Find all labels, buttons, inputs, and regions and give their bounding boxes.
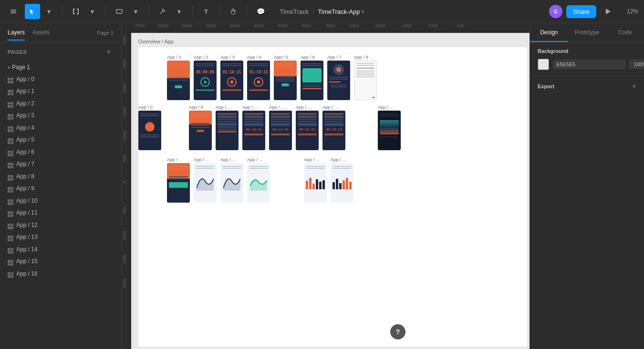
app-frame-r2-5[interactable]: App / ... 09:14:15	[296, 104, 319, 150]
layer-grid-icon	[8, 185, 13, 193]
app-frame-r2-2[interactable]: App / ...	[216, 104, 239, 150]
layer-item[interactable]: App / 4	[0, 122, 121, 134]
ruler-num: -4000	[277, 23, 288, 28]
pen-tool[interactable]	[155, 4, 170, 19]
app-frame-r2-6[interactable]: App / ... 09:14:15	[322, 104, 345, 150]
tab-design[interactable]: Design	[530, 23, 568, 42]
tool-group-pen: ▾	[155, 4, 187, 19]
background-color-swatch[interactable]	[538, 59, 549, 70]
app-frame-4[interactable]: App / 4 01:14:15	[247, 54, 270, 100]
layer-grid-icon	[8, 136, 13, 144]
layer-item[interactable]: App / 10	[0, 195, 121, 207]
background-hex-input[interactable]	[553, 60, 625, 69]
ruler-v-num: -1000	[122, 131, 127, 142]
layer-item[interactable]: App / 0	[0, 73, 121, 85]
avatar: C	[549, 5, 562, 18]
ruler-v-num: 1000	[122, 231, 127, 240]
app-frame-r3-1[interactable]: App / ...	[167, 157, 190, 203]
svg-rect-8	[78, 9, 79, 14]
tab-code[interactable]: Code	[606, 23, 644, 42]
play-button[interactable]	[600, 4, 615, 19]
layer-item[interactable]: App / 5	[0, 134, 121, 146]
share-button[interactable]: Share	[566, 5, 596, 18]
tool-group-frame: ▾	[68, 4, 100, 19]
layer-item[interactable]: App / 12	[0, 219, 121, 231]
layer-item[interactable]: App / 2	[0, 97, 121, 110]
ruler-left: -3000 -2500 -2000 -1500 -1000 -500 0 500…	[122, 33, 131, 349]
comment-tool[interactable]: 💬	[253, 4, 268, 19]
page-item-1[interactable]: ▾ Page 1	[0, 62, 121, 73]
app-frame-r2-3[interactable]: App / ... 04:14:15	[242, 104, 265, 150]
file-name[interactable]: TimeTrack-App ▾	[318, 8, 364, 15]
svg-marker-10	[606, 9, 611, 14]
select-dropdown[interactable]: ▾	[41, 4, 56, 19]
ruler-v-num: 500	[122, 207, 127, 214]
menu-button[interactable]	[6, 4, 21, 19]
add-page-button[interactable]: +	[104, 47, 114, 57]
ruler-num: -1500	[401, 23, 412, 28]
tab-layers[interactable]: Layers	[8, 25, 25, 41]
ruler-num: -6000	[181, 23, 192, 28]
app-frame-8[interactable]: App / 8	[354, 54, 377, 100]
layer-item[interactable]: App / 13	[0, 231, 121, 244]
app-frame-1[interactable]: App / 1	[167, 54, 190, 100]
layer-item-label: App / 7	[16, 161, 34, 167]
tool-group-shapes: ▾	[112, 4, 143, 19]
app-frame-r3-5[interactable]: App / ...	[304, 157, 327, 203]
app-frame-2[interactable]: App / 2 00:00:00	[194, 54, 217, 100]
app-frame-0[interactable]: App / 0	[138, 104, 161, 150]
layer-grid-icon	[8, 257, 13, 266]
app-frame-9[interactable]: App / 9	[189, 104, 212, 150]
zoom-level[interactable]: 12%	[619, 8, 638, 15]
app-frame-5[interactable]: App / 5	[274, 54, 297, 100]
separator-3	[149, 6, 149, 17]
path-separator: /	[312, 8, 314, 15]
select-tool[interactable]	[25, 4, 40, 19]
frame-tool[interactable]	[68, 4, 83, 19]
layer-item[interactable]: App / 14	[0, 243, 121, 256]
background-opacity-input[interactable]	[629, 60, 644, 69]
svg-rect-0	[10, 10, 16, 10]
app-frame-r2-7[interactable]: App / ...	[378, 104, 401, 150]
hand-tool[interactable]	[226, 4, 241, 19]
layer-item[interactable]: App / 15	[0, 256, 121, 268]
app-frame-3[interactable]: App / 3 01:18:15	[220, 54, 243, 100]
layer-grid-icon	[8, 269, 13, 278]
layer-item[interactable]: App / 1	[0, 85, 121, 98]
canvas[interactable]: -7000 -6500 -6000 -5500 -5000 -4500 -400…	[122, 23, 530, 349]
canvas-content: Overview / App App / 1	[131, 33, 530, 349]
export-header: Export +	[538, 82, 636, 91]
app-frame-r3-6[interactable]: App / ...	[331, 157, 353, 203]
frame-dropdown[interactable]: ▾	[84, 4, 100, 19]
layer-item[interactable]: App / 8	[0, 170, 121, 183]
layer-item[interactable]: App / 7	[0, 158, 121, 171]
layer-grid-icon	[8, 99, 13, 108]
panel-tab-bar: Design Prototype Code	[530, 23, 644, 42]
layer-item[interactable]: App / 9	[0, 183, 121, 195]
shape-tool[interactable]	[112, 4, 127, 19]
layer-item[interactable]: App / 3	[0, 110, 121, 122]
ruler-num: -500	[456, 23, 464, 28]
text-tool[interactable]: T	[198, 4, 214, 19]
pages-section-header: Pages +	[0, 42, 121, 62]
pen-dropdown[interactable]: ▾	[171, 4, 187, 19]
help-button[interactable]: ?	[390, 324, 405, 339]
app-frame-7[interactable]: App / 7	[327, 54, 350, 100]
tab-assets[interactable]: Assets	[32, 25, 50, 41]
ruler-num: -5500	[205, 23, 216, 28]
layer-item[interactable]: App / 16	[0, 267, 121, 280]
shape-dropdown[interactable]: ▾	[128, 4, 143, 19]
background-row: 👁	[538, 59, 636, 70]
layer-item[interactable]: App / 6	[0, 146, 121, 158]
tab-prototype[interactable]: Prototype	[568, 23, 606, 42]
app-frame-6[interactable]: App / 6	[301, 54, 323, 100]
app-frame-r3-4[interactable]: App / ...	[247, 157, 270, 203]
ruler-num: -4500	[253, 23, 264, 28]
app-frame-r3-2[interactable]: App / ...	[194, 157, 217, 203]
app-frame-r2-4[interactable]: App / ... 04:14:15	[269, 104, 292, 150]
layer-item-label: App / 15	[16, 258, 38, 265]
export-add-button[interactable]: +	[632, 82, 636, 91]
layer-item[interactable]: App / 11	[0, 207, 121, 219]
app-frame-r3-3[interactable]: App / ...	[220, 157, 243, 203]
frame-row-2: App / 0 App / 9	[138, 104, 401, 150]
